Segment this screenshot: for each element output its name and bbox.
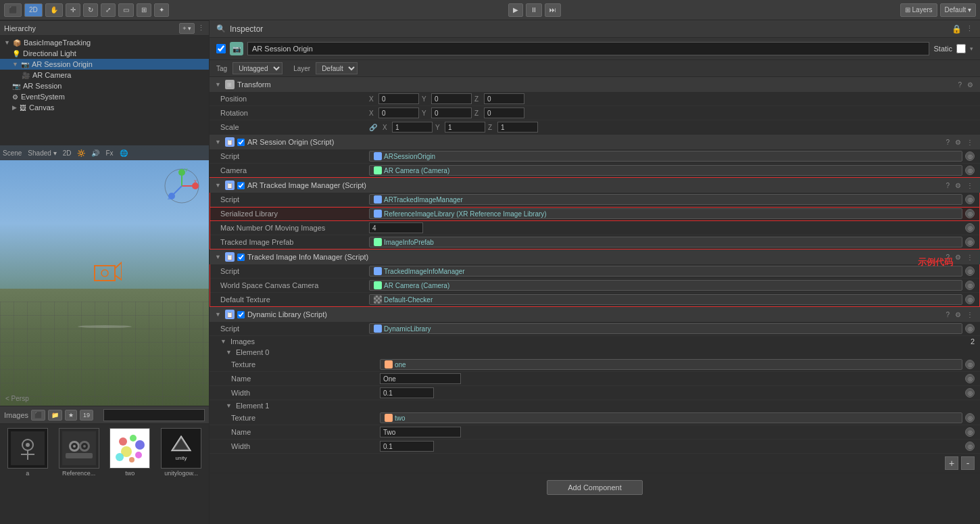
tracked-prefab-picker[interactable]: ◎ (965, 237, 975, 247)
dynamic-library-script-picker[interactable]: ◎ (965, 324, 975, 333)
transform-tool[interactable]: ⊞ (137, 3, 151, 17)
tracked-prefab-ref[interactable]: ImageInfoPrefab (369, 237, 962, 247)
static-checkbox[interactable] (956, 44, 966, 53)
transform-header[interactable]: ▼ ⊞ Transform ? ⚙ (210, 77, 980, 92)
object-active-checkbox[interactable] (216, 44, 226, 53)
add-component-button[interactable]: Add Component (547, 480, 643, 495)
transform-help-icon[interactable]: ? (956, 81, 963, 89)
tracked-image-info-header[interactable]: ▼ 📋 Tracked Image Info Manager (Script) … (210, 249, 980, 264)
dynamic-library-menu-icon[interactable]: ⋮ (965, 311, 975, 318)
element0-texture-picker[interactable]: ◎ (965, 360, 975, 369)
tag-select[interactable]: Untagged (232, 62, 283, 74)
dynamic-library-settings-icon[interactable]: ⚙ (954, 311, 962, 318)
pause-button[interactable]: ⏸ (526, 3, 542, 17)
max-moving-input[interactable] (369, 222, 423, 233)
2d-button[interactable]: 2D (24, 3, 43, 17)
tracked-info-menu-icon[interactable]: ⋮ (965, 254, 975, 261)
ar-tracked-help-icon[interactable]: ? (944, 182, 951, 189)
element0-texture-ref[interactable]: one (380, 359, 962, 370)
tracked-info-help-icon[interactable]: ? (944, 254, 951, 261)
hier-item-arsession[interactable]: 📷 AR Session (0, 80, 209, 91)
element0-width-circle[interactable]: ◎ (965, 388, 975, 398)
serialized-library-ref[interactable]: ReferenceImageLibrary (XR Reference Imag… (369, 208, 962, 219)
scale-x-input[interactable] (392, 122, 433, 133)
default-texture-picker[interactable]: ◎ (965, 295, 975, 304)
ar-session-origin-header[interactable]: ▼ 📋 AR Session Origin (Script) ? ⚙ ⋮ (210, 135, 980, 149)
element1-width-circle[interactable]: ◎ (965, 442, 975, 451)
ar-session-camera-picker[interactable]: ◎ (965, 166, 975, 175)
layout-button[interactable]: Default ▾ (940, 3, 976, 17)
asset-star-btn[interactable]: ★ (65, 410, 77, 421)
asset-item-custom[interactable]: a (4, 428, 51, 477)
asset-item-reference[interactable]: Reference... (55, 428, 103, 477)
ar-session-script-picker[interactable]: ◎ (965, 151, 975, 161)
ar-tracked-image-manager-header[interactable]: ▼ 📋 AR Tracked Image Manager (Script) ? … (210, 178, 980, 193)
hier-item-basicimagetracking[interactable]: ▼ 📦 BasicImageTracking (0, 37, 209, 48)
static-dropdown-icon[interactable]: ▾ (970, 45, 973, 52)
hier-item-arcamera[interactable]: 🎥 AR Camera (0, 70, 209, 80)
canvas-camera-picker[interactable]: ◎ (965, 281, 975, 290)
custom-tool[interactable]: ✦ (154, 3, 169, 17)
mode-toggle[interactable]: ⬛ (4, 3, 22, 17)
element0-name-input[interactable] (380, 373, 461, 384)
element1-texture-picker[interactable]: ◎ (965, 413, 975, 423)
ar-session-script-ref[interactable]: ARSessionOrigin (369, 151, 962, 162)
object-name-input[interactable] (247, 42, 929, 55)
tracked-info-settings-icon[interactable]: ⚙ (954, 254, 962, 261)
scene-view[interactable]: Scene Shaded ▾ 2D 🔆 🔊 Fx 🌐 X (0, 145, 209, 406)
asset-create-btn[interactable]: ⬛ (31, 410, 45, 421)
hierarchy-menu-icon[interactable]: ⋮ (197, 24, 205, 32)
asset-search-input[interactable] (103, 409, 205, 421)
element1-name-circle[interactable]: ◎ (965, 427, 975, 437)
hier-item-arsessionorigin[interactable]: ▼ 📷 AR Session Origin (0, 59, 209, 70)
scale-y-input[interactable] (445, 122, 485, 133)
rotate-tool[interactable]: ↻ (83, 3, 98, 17)
element1-name-input[interactable] (380, 427, 461, 437)
dynamic-library-header[interactable]: ▼ 📋 Dynamic Library (Script) ? ⚙ ⋮ (210, 307, 980, 322)
dynamic-library-active[interactable] (237, 311, 245, 318)
ar-session-help-icon[interactable]: ? (944, 139, 951, 146)
serialized-library-picker[interactable]: ◎ (965, 209, 975, 218)
ar-session-camera-ref[interactable]: AR Camera (Camera) (369, 165, 962, 176)
element0-width-input[interactable] (380, 387, 434, 398)
asset-count-badge[interactable]: 19 (80, 410, 93, 421)
add-element-button[interactable]: + (945, 456, 958, 470)
element0-name-circle[interactable]: ◎ (965, 374, 975, 383)
hier-item-directionallight[interactable]: 💡 Directional Light (0, 48, 209, 59)
layer-select[interactable]: Default (316, 62, 358, 74)
max-moving-circle[interactable]: ◎ (965, 223, 975, 233)
asset-item-two[interactable]: two (107, 428, 154, 477)
move-tool[interactable]: ✛ (66, 3, 80, 17)
tracked-image-info-active[interactable] (237, 254, 245, 261)
play-button[interactable]: ▶ (508, 3, 523, 17)
inspector-menu-icon[interactable]: ⋮ (966, 24, 973, 34)
position-y-input[interactable] (431, 93, 472, 104)
scale-link-icon[interactable]: 🔗 (369, 124, 377, 131)
rotation-x-input[interactable] (378, 108, 419, 118)
asset-folder-btn[interactable]: 📁 (48, 410, 62, 421)
hand-tool[interactable]: ✋ (45, 3, 63, 17)
position-z-input[interactable] (484, 93, 524, 104)
ar-tracked-script-ref[interactable]: ARTrackedImageManager (369, 194, 962, 205)
ar-tracked-settings-icon[interactable]: ⚙ (954, 182, 962, 189)
ar-session-settings-icon[interactable]: ⚙ (954, 139, 962, 146)
ar-session-origin-active[interactable] (237, 139, 245, 146)
rotation-z-input[interactable] (484, 108, 524, 118)
rect-tool[interactable]: ▭ (118, 3, 134, 17)
ar-tracked-script-picker[interactable]: ◎ (965, 195, 975, 204)
element1-texture-ref[interactable]: two (380, 412, 962, 423)
scale-tool[interactable]: ⤢ (101, 3, 116, 17)
tracked-info-script-picker[interactable]: ◎ (965, 266, 975, 276)
canvas-camera-ref[interactable]: AR Camera (Camera) (369, 280, 962, 291)
remove-element-button[interactable]: - (961, 456, 975, 470)
hierarchy-add-btn[interactable]: + ▾ (179, 23, 195, 34)
hier-item-canvas[interactable]: ▶ 🖼 Canvas (0, 102, 209, 113)
tracked-info-script-ref[interactable]: TrackedImageInfoManager (369, 266, 962, 277)
transform-settings-icon[interactable]: ⚙ (966, 81, 975, 89)
inspector-lock-icon[interactable]: 🔒 (952, 24, 962, 34)
step-button[interactable]: ⏭ (545, 3, 561, 17)
asset-item-unity[interactable]: unity unitylogow... (157, 428, 205, 477)
layers-button[interactable]: ⊞ Layers (900, 3, 937, 17)
hier-item-eventsystem[interactable]: ⚙ EventSystem (0, 91, 209, 102)
default-texture-ref[interactable]: Default-Checker (369, 294, 962, 305)
